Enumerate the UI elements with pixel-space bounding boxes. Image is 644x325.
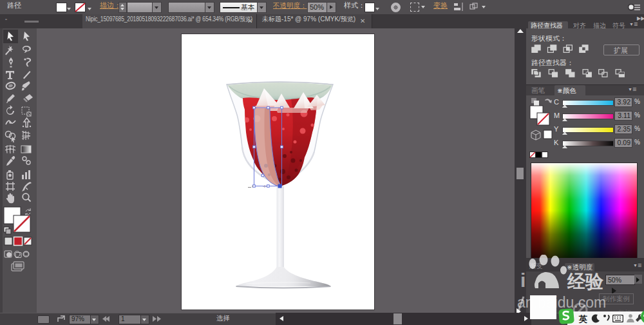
svg-text:i: i [520, 270, 526, 291]
svg-text:经验: 经验 [567, 271, 604, 291]
